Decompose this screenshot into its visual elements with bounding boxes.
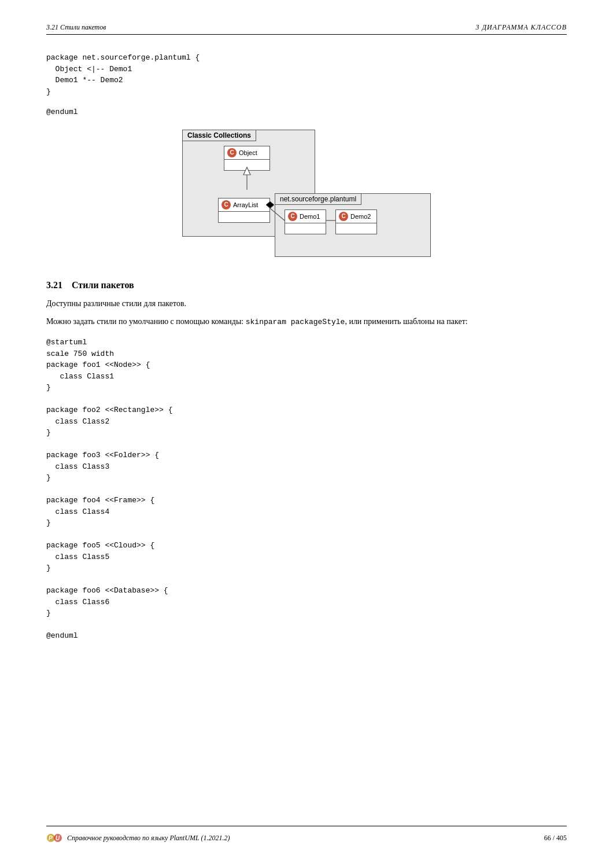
paragraph-2: Можно задать стили по умолчанию с помощь…: [46, 315, 567, 328]
node-demo2-header: C Demo2: [336, 210, 376, 223]
section-title: Стили пакетов: [72, 280, 134, 290]
header-right: 3 ДИАГРАММА КЛАССОВ: [475, 23, 567, 32]
section-heading: 3.21 Стили пакетов: [46, 280, 567, 290]
demo1-body: [285, 223, 326, 234]
object-circle: C: [227, 148, 237, 157]
object-body: [224, 160, 269, 170]
enduml-1: @enduml: [46, 106, 567, 118]
node-demo1: C Demo1: [285, 209, 326, 234]
footer-text: Справочное руководство по языку PlantUML…: [67, 834, 230, 843]
footer-page: 66 / 405: [544, 834, 567, 843]
code-block-2: @startuml scale 750 width package foo1 <…: [46, 337, 567, 642]
page-footer: P U Справочное руководство по языку Plan…: [46, 826, 567, 845]
object-label: Object: [239, 149, 257, 156]
code-block-1: package net.sourceforge.plantuml { Objec…: [46, 52, 567, 97]
node-arraylist-header: C ArrayList: [219, 198, 269, 212]
arraylist-label: ArrayList: [233, 201, 258, 208]
svg-text:P: P: [49, 835, 53, 841]
diagram: Classic Collections net.sourceforge.plan…: [182, 130, 431, 263]
diagram-container: Classic Collections net.sourceforge.plan…: [46, 130, 567, 263]
svg-text:U: U: [56, 835, 60, 841]
p2-before: Можно задать стили по умолчанию с помощь…: [46, 317, 246, 326]
p2-after: , или применить шаблоны на пакет:: [345, 317, 467, 326]
node-demo2: C Demo2: [335, 209, 377, 234]
section-number: 3.21: [46, 280, 62, 290]
node-arraylist: C ArrayList: [218, 198, 270, 223]
page-header: 3.21 Стили пакетов 3 ДИАГРАММА КЛАССОВ: [46, 23, 567, 35]
demo2-body: [336, 223, 376, 234]
arraylist-body: [219, 212, 269, 222]
paragraph-1: Доступны различные стили для пакетов.: [46, 297, 567, 310]
footer-left: P U Справочное руководство по языку Plan…: [46, 831, 230, 845]
demo1-label: Demo1: [300, 213, 320, 220]
pkg-classic-title: Classic Collections: [182, 130, 256, 141]
plantuml-icon: P U: [46, 831, 62, 845]
node-demo1-header: C Demo1: [285, 210, 326, 223]
node-object: C Object: [224, 146, 270, 171]
p2-code: skinparam packageStyle: [246, 318, 345, 326]
pkg-net-title: net.sourceforge.plantuml: [275, 193, 361, 205]
header-left: 3.21 Стили пакетов: [46, 23, 106, 32]
demo2-label: Demo2: [350, 213, 371, 220]
node-object-header: C Object: [224, 146, 269, 160]
demo1-circle: C: [288, 212, 297, 221]
demo2-circle: C: [339, 212, 348, 221]
arraylist-circle: C: [221, 200, 231, 209]
